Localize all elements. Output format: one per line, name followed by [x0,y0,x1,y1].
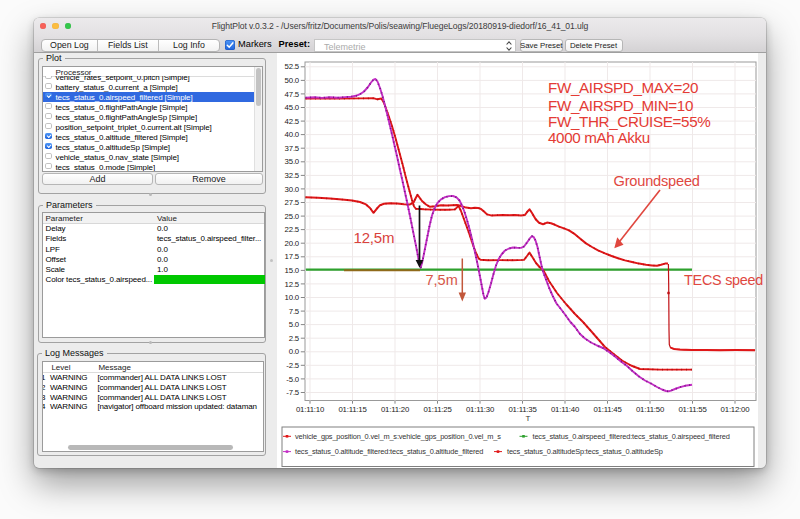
svg-text:52.5: 52.5 [285,62,300,71]
svg-text:01:11:50: 01:11:50 [636,405,665,414]
svg-text:01:11:35: 01:11:35 [508,405,537,414]
svg-text:FW_THR_CRUISE=55%: FW_THR_CRUISE=55% [548,113,710,130]
svg-text:22.5: 22.5 [285,225,300,234]
svg-text:17.5: 17.5 [285,252,300,261]
svg-text:12,5m: 12,5m [354,229,395,246]
svg-text:FW_AIRSPD_MIN=10: FW_AIRSPD_MIN=10 [548,97,693,114]
svg-text:32.5: 32.5 [285,171,300,180]
svg-text:01:11:40: 01:11:40 [551,405,580,414]
svg-text:tecs_status_0.altitude_filtere: tecs_status_0.altitude_filtered:tecs_sta… [295,447,483,456]
svg-text:7,5m: 7,5m [426,272,458,288]
svg-text:25.0: 25.0 [285,212,300,221]
svg-text:01:11:15: 01:11:15 [338,405,367,414]
svg-text:42.5: 42.5 [285,117,300,126]
svg-text:tecs_status_0.altitudeSp:tecs_: tecs_status_0.altitudeSp:tecs_status_0.a… [507,447,663,456]
svg-text:2.5: 2.5 [289,334,300,343]
svg-text:20.0: 20.0 [285,239,300,248]
svg-text:30.0: 30.0 [285,185,300,194]
svg-text:T: T [526,414,531,423]
svg-text:5.0: 5.0 [289,320,300,329]
svg-text:15.0: 15.0 [285,266,300,275]
svg-text:01:11:25: 01:11:25 [423,405,452,414]
svg-text:37.5: 37.5 [285,144,300,153]
svg-text:35.0: 35.0 [285,157,300,166]
svg-text:-7.5: -7.5 [286,388,299,397]
svg-text:-2.5: -2.5 [286,361,299,370]
svg-text:4000 mAh Akku: 4000 mAh Akku [548,129,650,146]
svg-text:01:11:45: 01:11:45 [593,405,622,414]
svg-text:50.0: 50.0 [285,76,300,85]
svg-text:47.5: 47.5 [285,90,300,99]
svg-text:01:11:30: 01:11:30 [466,405,495,414]
svg-text:01:11:20: 01:11:20 [381,405,410,414]
svg-text:40.0: 40.0 [285,130,300,139]
svg-text:tecs_status_0.airspeed_filtere: tecs_status_0.airspeed_filtered:tecs_sta… [533,432,730,441]
svg-text:01:12:00: 01:12:00 [721,405,751,414]
svg-text:0.0: 0.0 [289,347,300,356]
svg-text:01:11:10: 01:11:10 [296,405,325,414]
svg-text:7.5: 7.5 [289,307,300,316]
svg-text:FW_AIRSPD_MAX=20: FW_AIRSPD_MAX=20 [548,79,698,96]
svg-text:12.5: 12.5 [285,280,300,289]
svg-text:Groundspeed: Groundspeed [614,173,700,189]
svg-text:27.5: 27.5 [285,198,300,207]
svg-text:45.0: 45.0 [285,103,300,112]
svg-text:TECS speed: TECS speed [684,272,763,288]
svg-text:vehicle_gps_position_0.vel_m_s: vehicle_gps_position_0.vel_m_s:vehicle_g… [295,432,501,441]
svg-text:01:11:55: 01:11:55 [678,405,707,414]
svg-text:-5.0: -5.0 [286,375,299,384]
svg-text:10.0: 10.0 [285,293,300,302]
